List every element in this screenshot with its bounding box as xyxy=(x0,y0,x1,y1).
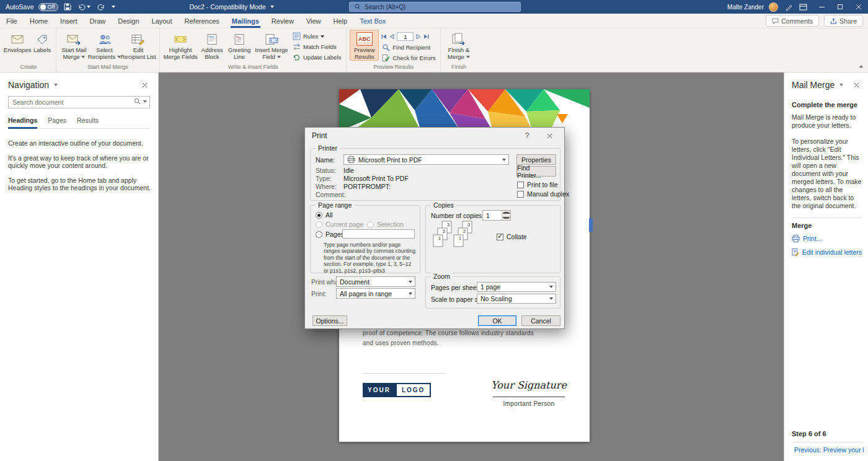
range-pages-radio[interactable]: Pages: xyxy=(316,230,346,238)
tab-review[interactable]: Review xyxy=(265,14,300,28)
print-what-combo[interactable]: Document xyxy=(336,276,415,287)
range-selection-radio[interactable]: Selection xyxy=(367,221,404,228)
tab-home[interactable]: Home xyxy=(24,14,54,28)
autosave-toggle[interactable]: Off xyxy=(38,3,59,11)
tab-view[interactable]: View xyxy=(300,14,327,28)
dialog-close-button[interactable] xyxy=(544,130,555,141)
collate-icon: 3 2 1 3 2 1 xyxy=(432,221,473,255)
tab-file[interactable]: File xyxy=(0,14,24,28)
tab-design[interactable]: Design xyxy=(112,14,145,28)
rules-button[interactable]: Rules xyxy=(291,31,343,42)
tab-insert[interactable]: Insert xyxy=(54,14,84,28)
customize-quick-access-button[interactable] xyxy=(110,0,117,14)
envelopes-button[interactable]: Envelopes xyxy=(4,30,30,55)
manual-duplex-checkbox[interactable]: Manual duplex xyxy=(517,190,569,198)
divider xyxy=(363,373,446,374)
preview-results-button[interactable]: ABC Preview Results xyxy=(350,30,379,61)
ok-button[interactable]: OK xyxy=(478,315,516,326)
tab-layout[interactable]: Layout xyxy=(146,14,179,28)
maximize-button[interactable] xyxy=(831,0,849,14)
greeting-line-button[interactable]: Greeting Line xyxy=(226,30,252,61)
copies-spinner[interactable]: 1 xyxy=(482,210,511,221)
mail-merge-pane-close-button[interactable] xyxy=(851,79,862,90)
title-chevron-icon[interactable] xyxy=(270,6,274,8)
ribbon-display-options-button[interactable] xyxy=(798,0,808,14)
select-recipients-button[interactable]: Select Recipients xyxy=(90,30,119,61)
tab-mailings[interactable]: Mailings xyxy=(226,14,265,28)
range-current-page-radio[interactable]: Current page xyxy=(316,221,363,228)
nav-tab-results[interactable]: Results xyxy=(77,116,99,125)
group-name: Finish xyxy=(444,63,473,72)
cancel-button[interactable]: Cancel xyxy=(521,315,560,326)
labels-button[interactable]: Labels xyxy=(32,30,53,55)
properties-button[interactable]: Properties xyxy=(516,154,556,165)
group-name: Create xyxy=(4,63,53,72)
highlight-merge-fields-button[interactable]: Highlight Merge Fields xyxy=(163,30,198,61)
chevron-down-icon xyxy=(466,56,470,58)
collapse-ribbon-button[interactable] xyxy=(859,59,863,70)
find-printer-button[interactable]: Find Printer... xyxy=(516,166,556,177)
tab-help[interactable]: Help xyxy=(327,14,354,28)
document-search-input[interactable] xyxy=(8,96,150,108)
save-button[interactable] xyxy=(63,0,73,14)
range-all-radio[interactable]: All xyxy=(316,211,333,219)
print-dialog-titlebar[interactable]: Print ? xyxy=(305,128,564,144)
pane-options-chevron-icon[interactable] xyxy=(839,84,843,86)
search-icon[interactable] xyxy=(134,98,141,105)
ink-pen-button[interactable] xyxy=(784,0,794,14)
number-of-copies-label: Number of copies: xyxy=(431,212,484,220)
pane-options-chevron-icon[interactable] xyxy=(54,84,58,86)
rules-icon xyxy=(293,32,301,40)
last-record-icon xyxy=(423,34,429,39)
navigation-pane-close-button[interactable] xyxy=(139,79,150,90)
user-name[interactable]: Malte Zander xyxy=(727,4,764,11)
minimize-button[interactable] xyxy=(812,0,831,14)
finish-merge-button[interactable]: Finish & Merge xyxy=(444,30,473,61)
nav-tab-pages[interactable]: Pages xyxy=(48,116,66,125)
update-labels-button[interactable]: Update Labels xyxy=(291,52,343,63)
address-block-button[interactable]: Address Block xyxy=(199,30,225,61)
share-button[interactable]: Share xyxy=(824,15,863,27)
options-button[interactable]: Options... xyxy=(312,315,347,326)
print-to-file-checkbox[interactable]: Print to file xyxy=(517,181,558,188)
collate-checkbox[interactable]: Collate xyxy=(497,233,527,240)
radio xyxy=(316,221,322,228)
close-button[interactable] xyxy=(849,0,868,14)
signature-name: Important Person xyxy=(488,400,570,407)
last-record-button[interactable] xyxy=(423,34,429,39)
comments-button[interactable]: Comments xyxy=(766,15,819,27)
previous-step-link[interactable]: Previous: Preview your letters xyxy=(792,446,864,454)
previous-record-button[interactable] xyxy=(389,34,394,39)
check-for-errors-button[interactable]: Check for Errors xyxy=(380,53,437,63)
match-fields-icon xyxy=(293,43,301,51)
update-labels-icon xyxy=(293,53,301,61)
print-link[interactable]: Print... xyxy=(792,235,862,242)
pages-per-sheet-combo[interactable]: 1 page xyxy=(477,282,556,292)
print-combo[interactable]: All pages in range xyxy=(336,288,415,299)
printer-name-combo[interactable]: Microsoft Print to PDF xyxy=(343,154,509,165)
nav-tab-headings[interactable]: Headings xyxy=(8,116,37,125)
undo-button[interactable] xyxy=(77,0,92,14)
tab-text-box[interactable]: Text Box xyxy=(353,14,392,28)
first-record-button[interactable] xyxy=(381,34,387,39)
avatar[interactable] xyxy=(769,2,778,12)
dialog-help-button[interactable]: ? xyxy=(521,130,533,141)
edit-recipient-list-button[interactable]: Edit Recipient List xyxy=(120,30,156,61)
edit-individual-letters-link[interactable]: Edit individual letters xyxy=(792,248,862,256)
pages-input[interactable] xyxy=(342,229,415,239)
spinner-arrows[interactable] xyxy=(502,211,510,220)
record-number-box[interactable]: 1 xyxy=(397,32,414,41)
match-fields-button[interactable]: Match Fields xyxy=(291,42,343,52)
search-box[interactable]: Search (Alt+Q) xyxy=(349,2,521,12)
redo-button[interactable] xyxy=(96,0,106,14)
next-record-button[interactable] xyxy=(416,34,421,39)
tab-draw[interactable]: Draw xyxy=(84,14,112,28)
search-options-chevron-icon[interactable] xyxy=(143,100,147,103)
insert-merge-field-button[interactable]: Insert Merge Field xyxy=(254,30,290,61)
start-mail-merge-button[interactable]: Start Mail Merge xyxy=(60,30,89,61)
tab-references[interactable]: References xyxy=(179,14,226,28)
status-label: Status: xyxy=(316,167,336,175)
record-navigator: 1 xyxy=(380,31,437,42)
find-recipient-button[interactable]: Find Recipient xyxy=(380,42,437,53)
scale-to-paper-combo[interactable]: No Scaling xyxy=(477,294,556,304)
